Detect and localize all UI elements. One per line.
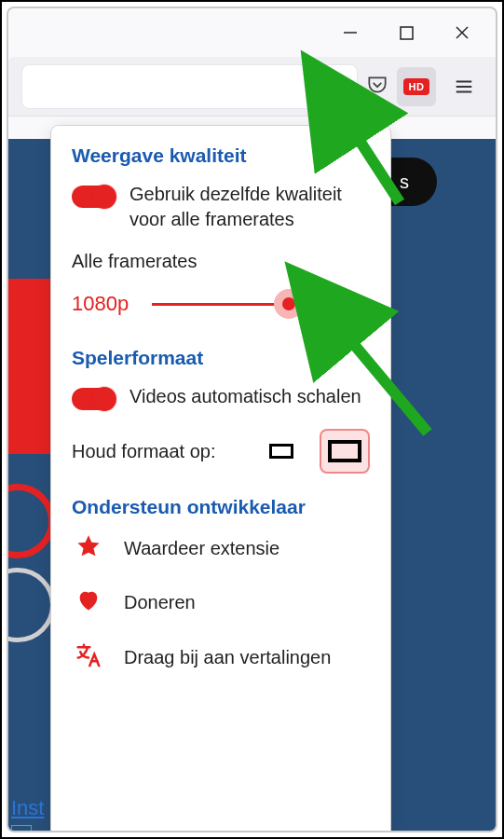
titlebar [8, 8, 496, 57]
bg-inst-link[interactable]: Inst [11, 796, 44, 820]
donate-button[interactable]: Doneren [124, 590, 196, 615]
star-icon [75, 533, 102, 563]
svg-rect-1 [401, 27, 413, 39]
translate-button[interactable]: Draag bij aan vertalingen [124, 645, 331, 670]
section-support-title: Ondersteun ontwikkelaar [72, 496, 370, 518]
section-quality-title: Weergave kwaliteit [72, 144, 370, 167]
minimize-button[interactable] [322, 12, 378, 53]
bg-circle1 [7, 484, 55, 558]
toolbar: HD [8, 57, 496, 117]
all-framerates-label: Alle framerates [72, 251, 370, 272]
same-quality-label: Gebruik dezelfde kwaliteit voor alle fra… [129, 182, 370, 232]
translate-icon [75, 641, 102, 673]
keep-format-label: Houd formaat op: [72, 439, 243, 463]
ad-badge-icon [11, 825, 32, 832]
bg-circle2 [7, 568, 55, 642]
resolution-value: 1080p [72, 292, 139, 316]
toggle-auto-scale[interactable] [72, 388, 115, 410]
slider-thumb-icon[interactable] [274, 289, 304, 319]
pocket-icon[interactable] [365, 73, 389, 101]
bookmark-star-icon[interactable] [322, 74, 345, 100]
url-field[interactable] [21, 64, 358, 109]
maximize-button[interactable] [378, 12, 434, 53]
heart-icon [75, 587, 102, 617]
bg-red [8, 279, 55, 454]
format-large-button[interactable] [320, 429, 370, 474]
format-small-button[interactable] [256, 429, 306, 474]
rate-button[interactable]: Waardeer extensie [124, 536, 279, 561]
hd-extension-button[interactable]: HD [397, 67, 436, 106]
resolution-slider[interactable] [152, 285, 370, 323]
section-format-title: Spelerformaat [72, 347, 370, 369]
extension-popup: Weergave kwaliteit Gebruik dezelfde kwal… [51, 126, 390, 832]
hd-badge-icon: HD [403, 78, 429, 95]
menu-button[interactable] [443, 66, 484, 107]
toggle-same-quality[interactable] [72, 186, 115, 208]
close-button[interactable] [434, 12, 490, 53]
browser-window: HD s Inst Weergave kwaliteit Gebruik dez… [7, 7, 497, 832]
auto-scale-label: Videos automatisch schalen [129, 384, 361, 409]
format-small-icon [269, 444, 293, 459]
format-large-icon [328, 440, 361, 462]
